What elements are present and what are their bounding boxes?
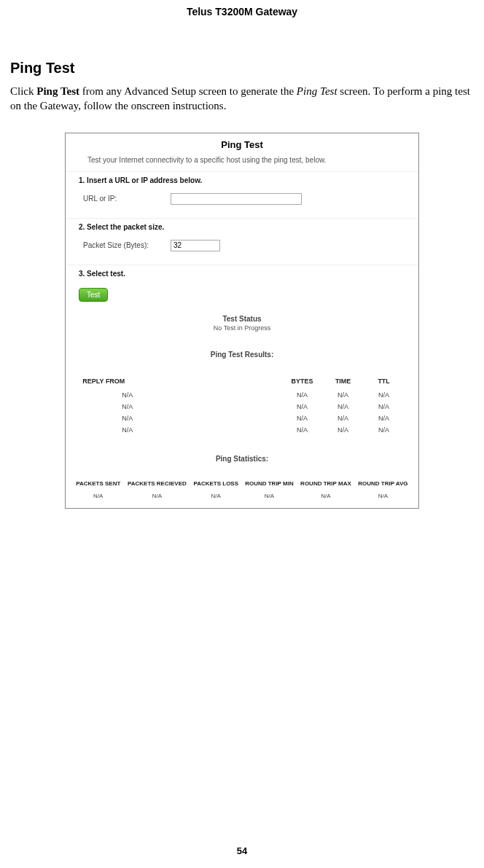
body-paragraph: Click Ping Test from any Advanced Setup … [10, 84, 474, 114]
cell-time: N/A [323, 424, 364, 436]
cell-ttl: N/A [364, 389, 405, 401]
test-status-heading: Test Status [66, 315, 418, 323]
results-header-row: REPLY FROM BYTES TIME TTL [79, 375, 404, 389]
cell-bytes: N/A [282, 413, 323, 424]
col-rt-max: ROUND TRIP MAX [297, 479, 354, 491]
results-table: REPLY FROM BYTES TIME TTL N/A N/A N/A N/… [79, 375, 404, 436]
body-italic: Ping Test [297, 85, 337, 97]
screenshot-intro: Test your Internet connectivity to a spe… [66, 153, 418, 171]
body-text: Click [10, 85, 36, 97]
table-row: N/A N/A N/A N/A [79, 401, 404, 413]
col-packets-loss: PACKETS LOSS [190, 479, 242, 491]
cell-bytes: N/A [282, 401, 323, 413]
body-bold: Ping Test [36, 85, 79, 97]
cell-time: N/A [323, 401, 364, 413]
page-number: 54 [0, 845, 484, 856]
col-packets-sent: PACKETS SENT [73, 479, 124, 491]
table-row: N/A N/A N/A N/A [79, 413, 404, 424]
col-rt-avg: ROUND TRIP AVG [355, 479, 412, 491]
cell-bytes: N/A [282, 424, 323, 436]
section-title: Ping Test [10, 60, 474, 77]
packet-size-input[interactable] [171, 240, 220, 251]
step3-heading: 3. Select test. [66, 265, 418, 282]
step2-heading: 2. Select the packet size. [66, 218, 418, 235]
running-header: Telus T3200M Gateway [10, 6, 474, 17]
screenshot-panel: Ping Test Test your Internet connectivit… [65, 133, 419, 509]
stats-header-row: PACKETS SENT PACKETS RECIEVED PACKETS LO… [73, 479, 412, 491]
cell-reply: N/A [79, 401, 281, 413]
table-row: N/A N/A N/A N/A N/A N/A [73, 491, 412, 501]
cell-bytes: N/A [282, 389, 323, 401]
col-rt-min: ROUND TRIP MIN [242, 479, 297, 491]
results-heading: Ping Test Results: [66, 351, 418, 359]
url-input[interactable] [171, 193, 302, 205]
body-text: from any Advanced Setup screen to genera… [79, 85, 297, 97]
cell-rtavg: N/A [355, 491, 412, 501]
col-packets-received: PACKETS RECIEVED [124, 479, 190, 491]
col-ttl: TTL [364, 375, 405, 389]
test-status-text: No Test in Progress [66, 324, 418, 332]
url-label: URL or IP: [83, 195, 171, 203]
cell-rtmax: N/A [297, 491, 354, 501]
cell-ttl: N/A [364, 401, 405, 413]
test-button[interactable]: Test [79, 288, 108, 302]
packet-size-label: Packet Size (Bytes): [83, 241, 171, 249]
cell-ttl: N/A [364, 424, 405, 436]
cell-reply: N/A [79, 389, 281, 401]
cell-reply: N/A [79, 413, 281, 424]
step1-heading: 1. Insert a URL or IP address below. [66, 171, 418, 189]
cell-loss: N/A [190, 491, 242, 501]
table-row: N/A N/A N/A N/A [79, 389, 404, 401]
cell-time: N/A [323, 389, 364, 401]
cell-ttl: N/A [364, 413, 405, 424]
col-time: TIME [323, 375, 364, 389]
screenshot-title: Ping Test [66, 133, 418, 153]
table-row: N/A N/A N/A N/A [79, 424, 404, 436]
col-reply: REPLY FROM [79, 375, 281, 389]
stats-table: PACKETS SENT PACKETS RECIEVED PACKETS LO… [73, 479, 412, 501]
cell-recv: N/A [124, 491, 190, 501]
cell-sent: N/A [73, 491, 124, 501]
cell-rtmin: N/A [242, 491, 297, 501]
stats-heading: Ping Statistics: [66, 455, 418, 463]
col-bytes: BYTES [282, 375, 323, 389]
cell-reply: N/A [79, 424, 281, 436]
cell-time: N/A [323, 413, 364, 424]
